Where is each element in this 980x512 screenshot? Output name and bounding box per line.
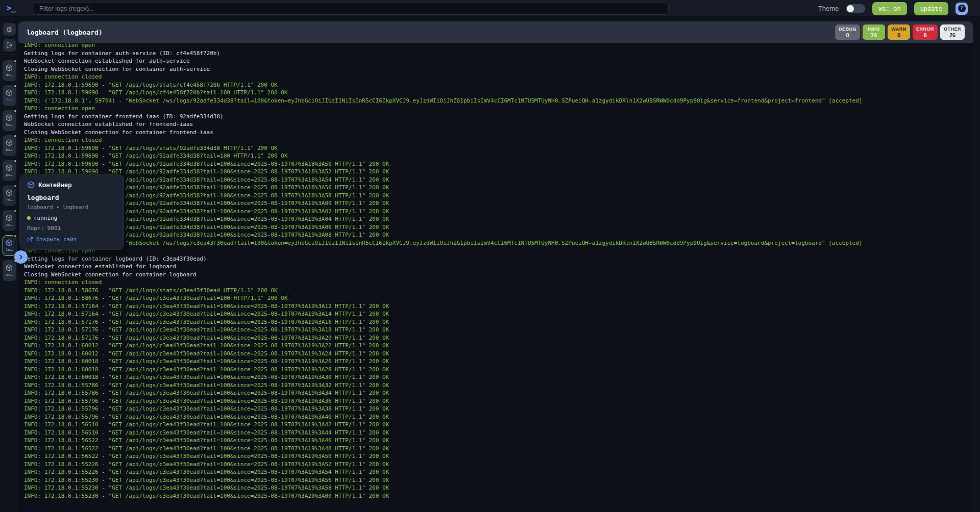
log-line: INFO: 172.18.0.1:57176 - "GET /api/logs/… bbox=[24, 326, 973, 334]
log-line: INFO: 172.18.0.1:57176 - "GET /api/logs/… bbox=[24, 318, 973, 326]
chevron-right-icon bbox=[17, 253, 24, 261]
sidebar-container-4[interactable]: po… bbox=[3, 160, 16, 181]
open-site-link[interactable]: Открыть сайт bbox=[27, 236, 116, 243]
container-label: ka… bbox=[6, 122, 13, 127]
log-line: INFO: 172.18.0.1:55786 - "GET /api/logs/… bbox=[24, 389, 973, 397]
container-label: ka… bbox=[6, 147, 13, 152]
log-line: INFO: 172.18.0.1:60018 - "GET /api/logs/… bbox=[24, 373, 973, 381]
log-line: Getting logs for container logboard (ID:… bbox=[24, 255, 973, 263]
sidebar-container-0[interactable]: au… bbox=[3, 60, 16, 81]
sidebar-expand-button[interactable] bbox=[14, 250, 28, 264]
ws-toggle-button[interactable]: ws: on bbox=[872, 2, 906, 15]
theme-toggle[interactable] bbox=[846, 4, 865, 13]
status-dot bbox=[13, 234, 17, 238]
log-line: INFO: 172.18.0.1:58676 - "GET /api/logs/… bbox=[24, 287, 973, 295]
status-dot bbox=[13, 84, 17, 88]
log-line: INFO: 172.18.0.1:55230 - "GET /api/logs/… bbox=[24, 492, 973, 500]
badge-debug[interactable]: DEBUG0 bbox=[835, 24, 860, 40]
log-line: INFO: 172.18.0.1:59690 - "GET /api/logs/… bbox=[24, 144, 973, 152]
log-line: INFO: 172.18.0.1:56522 - "GET /api/logs/… bbox=[24, 445, 973, 453]
cube-icon bbox=[6, 239, 13, 246]
badge-count: 26 bbox=[949, 32, 955, 38]
panel-header: logboard (logboard) DEBUG0INFO74WARN0ERR… bbox=[18, 21, 973, 43]
log-line: WebSocket connection established for aut… bbox=[24, 57, 973, 65]
log-line: INFO: 172.18.0.1:59690 - "GET /api/logs/… bbox=[24, 215, 973, 223]
log-line: Closing WebSocket connection for contain… bbox=[24, 65, 973, 73]
sidebar-container-2[interactable]: ka… bbox=[3, 110, 16, 131]
log-line: INFO: 172.18.0.1:55230 - "GET /api/logs/… bbox=[24, 476, 973, 484]
help-button[interactable]: ? bbox=[955, 3, 968, 15]
update-button[interactable]: update bbox=[914, 2, 948, 15]
log-line: WebSocket connection established for fro… bbox=[24, 120, 973, 129]
logout-button[interactable] bbox=[3, 39, 16, 52]
terminal-prompt-icon: >_ bbox=[7, 4, 16, 13]
sidebar-container-8[interactable]: us… bbox=[3, 260, 16, 281]
status-text: running bbox=[34, 215, 57, 221]
status-dot bbox=[13, 159, 17, 163]
log-line: INFO: connection open bbox=[24, 105, 973, 113]
log-area[interactable]: INFO: connection openGetting logs for co… bbox=[18, 43, 973, 512]
log-line: INFO: 172.18.0.1:60018 - "GET /api/logs/… bbox=[24, 357, 973, 366]
badge-error[interactable]: ERROR0 bbox=[913, 24, 938, 40]
container-popover: Контейнер logboard logboard • logboard r… bbox=[19, 174, 124, 250]
log-line: INFO: 172.18.0.1:55226 - "GET /api/logs/… bbox=[24, 460, 973, 469]
badge-count: 0 bbox=[846, 32, 849, 38]
log-line: INFO: 172.18.0.1:59690 - "GET /api/logs/… bbox=[24, 184, 973, 192]
cube-icon bbox=[6, 264, 13, 271]
log-line: INFO: 172.18.0.1:59690 - "GET /api/logs/… bbox=[24, 81, 973, 89]
log-line: INFO: 172.18.0.1:58676 - "GET /api/logs/… bbox=[24, 294, 973, 302]
settings-button[interactable]: ⚙ bbox=[3, 23, 16, 36]
external-link-icon bbox=[27, 237, 33, 243]
container-status: running bbox=[27, 215, 116, 221]
badge-other[interactable]: OTHER26 bbox=[940, 24, 965, 40]
filter-logs-input[interactable] bbox=[33, 2, 669, 15]
sidebar-container-1[interactable]: fr… bbox=[3, 85, 16, 106]
log-line: INFO: 172.18.0.1:59690 - "GET /api/logs/… bbox=[24, 176, 973, 184]
container-label: fr… bbox=[6, 97, 13, 102]
container-label: au… bbox=[6, 72, 13, 77]
sidebar-container-7[interactable]: lo… bbox=[3, 235, 16, 256]
sidebar-container-6[interactable]: zo… bbox=[3, 210, 16, 231]
status-dot bbox=[27, 216, 31, 220]
topbar-controls: Theme ws: on update ? bbox=[818, 0, 968, 17]
badge-warn[interactable]: WARN0 bbox=[888, 24, 910, 40]
log-line: INFO: 172.18.0.1:59690 - "GET /api/logs/… bbox=[24, 168, 973, 176]
cube-icon bbox=[6, 214, 13, 221]
log-line: INFO: 172.18.0.1:55796 - "GET /api/logs/… bbox=[24, 413, 973, 421]
page-title: logboard (logboard) bbox=[27, 29, 103, 36]
sidebar-container-3[interactable]: ka… bbox=[3, 135, 16, 156]
badge-label: OTHER bbox=[944, 27, 961, 32]
log-line: Closing WebSocket connection for contain… bbox=[24, 271, 973, 279]
container-label: lo… bbox=[6, 247, 13, 252]
cube-icon bbox=[6, 64, 13, 71]
log-line: INFO: 172.18.0.1:59690 - "GET /api/logs/… bbox=[24, 192, 973, 200]
cube-icon bbox=[27, 181, 35, 189]
log-line: INFO: connection closed bbox=[24, 73, 973, 81]
log-line: INFO: ('172.18.0.1', 59704) - "WebSocket… bbox=[24, 97, 973, 105]
log-line: INFO: 172.18.0.1:59690 - "GET /api/logs/… bbox=[24, 199, 973, 208]
popover-type-label: Контейнер bbox=[38, 182, 72, 189]
theme-toggle-knob bbox=[847, 5, 854, 12]
log-line: INFO: 172.18.0.1:60018 - "GET /api/logs/… bbox=[24, 366, 973, 374]
container-label: po… bbox=[6, 172, 13, 177]
log-line: INFO: 172.18.0.1:55230 - "GET /api/logs/… bbox=[24, 484, 973, 492]
badge-count: 0 bbox=[923, 32, 926, 38]
sidebar: ⚙ au…fr…ka…ka…po…re…zo…lo…us… bbox=[0, 17, 18, 512]
container-label: re… bbox=[6, 197, 13, 202]
log-line: INFO: connection closed bbox=[24, 136, 973, 144]
cube-icon bbox=[6, 89, 13, 96]
log-line: INFO: 172.18.0.1:57164 - "GET /api/logs/… bbox=[24, 310, 973, 318]
topbar: >_ Theme ws: on update ? bbox=[0, 0, 980, 17]
sidebar-container-5[interactable]: re… bbox=[3, 185, 16, 206]
log-line: Getting logs for container frontend-iaas… bbox=[24, 113, 973, 121]
log-line: INFO: ('172.18.0.1', 58682) - "WebSocket… bbox=[24, 239, 973, 247]
popover-header: Контейнер bbox=[27, 181, 116, 189]
log-line: Closing WebSocket connection for contain… bbox=[24, 129, 973, 137]
log-line: INFO: 172.18.0.1:55226 - "GET /api/logs/… bbox=[24, 468, 973, 476]
container-name: logboard bbox=[27, 194, 116, 201]
log-line: INFO: 172.18.0.1:57164 - "GET /api/logs/… bbox=[24, 302, 973, 311]
badge-info[interactable]: INFO74 bbox=[863, 24, 885, 40]
badge-count: 74 bbox=[871, 32, 877, 38]
log-line: INFO: 172.18.0.1:56522 - "GET /api/logs/… bbox=[24, 437, 973, 445]
container-label: us… bbox=[6, 272, 13, 277]
